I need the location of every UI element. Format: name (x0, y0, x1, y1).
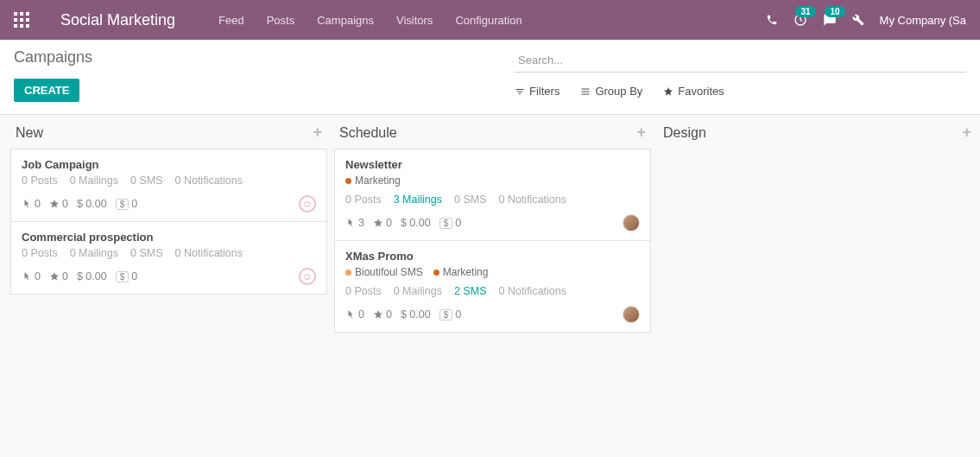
kanban-column-design: Design + (654, 115, 980, 333)
nav-visitors[interactable]: Visitors (396, 14, 433, 27)
quotation-metric: $0 (439, 308, 462, 321)
stars-metric: 0 (49, 270, 68, 282)
favorites-button[interactable]: Favorites (663, 85, 724, 98)
kanban-card[interactable]: Commercial prospection 0 Posts 0 Mailing… (10, 222, 327, 295)
debug-icon[interactable] (852, 14, 864, 26)
nav-feed[interactable]: Feed (218, 14, 244, 27)
card-title: Newsletter (345, 158, 640, 171)
stat-sms[interactable]: 0 SMS (130, 247, 163, 259)
filters-label: Filters (529, 85, 560, 98)
card-metrics: 0 0 $ 0.00 $0 (22, 198, 137, 210)
column-title[interactable]: Design (663, 125, 706, 141)
kanban-card[interactable]: Job Campaign 0 Posts 0 Mailings 0 SMS 0 … (10, 149, 327, 222)
card-stats: 0 Posts 0 Mailings 0 SMS 0 Notifications (22, 175, 316, 187)
clicks-metric: 0 (345, 308, 364, 321)
nav-posts[interactable]: Posts (267, 14, 295, 27)
stars-metric: 0 (49, 198, 68, 210)
avatar[interactable]: ☺ (299, 195, 316, 213)
messages-icon[interactable]: 10 (823, 13, 837, 27)
money-icon: $ (116, 271, 130, 282)
revenue-metric: $ 0.00 (401, 217, 431, 229)
nav-right: 31 10 My Company (Sa (766, 13, 966, 27)
card-tags: Bioutifoul SMS Marketing (345, 266, 640, 278)
page-title: Campaigns (14, 48, 515, 67)
card-metrics: 3 0 $ 0.00 $0 (345, 217, 461, 229)
stat-notifications[interactable]: 0 Notifications (174, 247, 243, 259)
kanban-board: New + Job Campaign 0 Posts 0 Mailings 0 … (0, 115, 980, 333)
stat-mailings[interactable]: 0 Mailings (70, 175, 118, 187)
avatar[interactable] (623, 306, 640, 323)
money-icon: $ (439, 309, 453, 321)
revenue-metric: $ 0.00 (77, 270, 107, 282)
tag: Marketing (345, 175, 401, 187)
money-icon: $ (116, 199, 130, 210)
stat-sms[interactable]: 0 SMS (454, 194, 487, 206)
card-stats: 0 Posts 0 Mailings 2 SMS 0 Notifications (345, 285, 640, 297)
clicks-metric: 3 (345, 217, 364, 229)
card-title: Commercial prospection (22, 231, 316, 244)
activity-icon[interactable]: 31 (793, 13, 807, 27)
quotation-metric: $0 (116, 198, 138, 210)
apps-icon[interactable] (14, 12, 29, 28)
stat-mailings[interactable]: 0 Mailings (394, 285, 442, 297)
create-button[interactable]: CREATE (14, 79, 79, 102)
kanban-column-schedule: Schedule + Newsletter Marketing 0 Posts … (331, 115, 654, 333)
messages-badge: 10 (825, 6, 844, 17)
company-switcher[interactable]: My Company (Sa (880, 14, 966, 27)
card-metrics: 0 0 $ 0.00 $0 (22, 270, 137, 282)
tag-dot-icon (433, 270, 439, 276)
stat-sms[interactable]: 0 SMS (130, 175, 163, 187)
tag-dot-icon (345, 178, 351, 184)
card-tags: Marketing (345, 175, 640, 187)
stars-metric: 0 (373, 308, 392, 321)
stat-posts[interactable]: 0 Posts (345, 285, 382, 297)
revenue-metric: $ 0.00 (77, 198, 107, 210)
tag: Marketing (433, 266, 489, 278)
stat-sms[interactable]: 2 SMS (454, 285, 487, 297)
top-navbar: Social Marketing Feed Posts Campaigns Vi… (0, 0, 980, 40)
card-title: Job Campaign (22, 158, 316, 171)
kanban-card[interactable]: Newsletter Marketing 0 Posts 3 Mailings … (334, 149, 651, 241)
search-input[interactable] (515, 48, 966, 73)
phone-icon[interactable] (766, 14, 778, 26)
quick-create-icon[interactable]: + (313, 124, 322, 142)
stat-notifications[interactable]: 0 Notifications (498, 285, 566, 297)
groupby-label: Group By (595, 85, 642, 98)
favorites-label: Favorites (678, 85, 724, 98)
activity-badge: 31 (795, 6, 815, 17)
stat-posts[interactable]: 0 Posts (22, 175, 58, 187)
stat-mailings[interactable]: 0 Mailings (70, 247, 118, 259)
revenue-metric: $ 0.00 (401, 308, 431, 321)
quick-create-icon[interactable]: + (636, 124, 646, 142)
nav-campaigns[interactable]: Campaigns (317, 14, 374, 27)
stars-metric: 0 (373, 217, 392, 229)
kanban-column-new: New + Job Campaign 0 Posts 0 Mailings 0 … (7, 115, 331, 333)
column-title[interactable]: Schedule (339, 125, 397, 141)
nav-configuration[interactable]: Configuration (455, 14, 522, 27)
column-title[interactable]: New (16, 125, 43, 141)
stat-mailings[interactable]: 3 Mailings (394, 194, 442, 206)
avatar[interactable] (623, 214, 640, 232)
card-stats: 0 Posts 0 Mailings 0 SMS 0 Notifications (22, 247, 316, 259)
kanban-card[interactable]: XMas Promo Bioutifoul SMS Marketing 0 Po… (334, 241, 651, 333)
quotation-metric: $0 (116, 270, 138, 282)
stat-notifications[interactable]: 0 Notifications (174, 175, 243, 187)
app-brand[interactable]: Social Marketing (60, 11, 175, 29)
control-panel: Campaigns CREATE Filters Group By Favori… (0, 40, 980, 115)
card-stats: 0 Posts 3 Mailings 0 SMS 0 Notifications (345, 194, 640, 206)
card-metrics: 0 0 $ 0.00 $0 (345, 308, 461, 321)
clicks-metric: 0 (22, 198, 41, 210)
stat-notifications[interactable]: 0 Notifications (498, 194, 566, 206)
clicks-metric: 0 (22, 270, 41, 282)
stat-posts[interactable]: 0 Posts (345, 194, 382, 206)
quotation-metric: $0 (439, 217, 462, 229)
search-tools: Filters Group By Favorites (515, 85, 966, 98)
stat-posts[interactable]: 0 Posts (22, 247, 58, 259)
tag: Bioutifoul SMS (345, 266, 423, 278)
filters-button[interactable]: Filters (515, 85, 560, 98)
money-icon: $ (439, 218, 453, 229)
nav-menu: Feed Posts Campaigns Visitors Configurat… (218, 14, 522, 27)
avatar[interactable]: ☺ (299, 268, 316, 285)
quick-create-icon[interactable]: + (962, 124, 971, 142)
groupby-button[interactable]: Group By (580, 85, 642, 98)
